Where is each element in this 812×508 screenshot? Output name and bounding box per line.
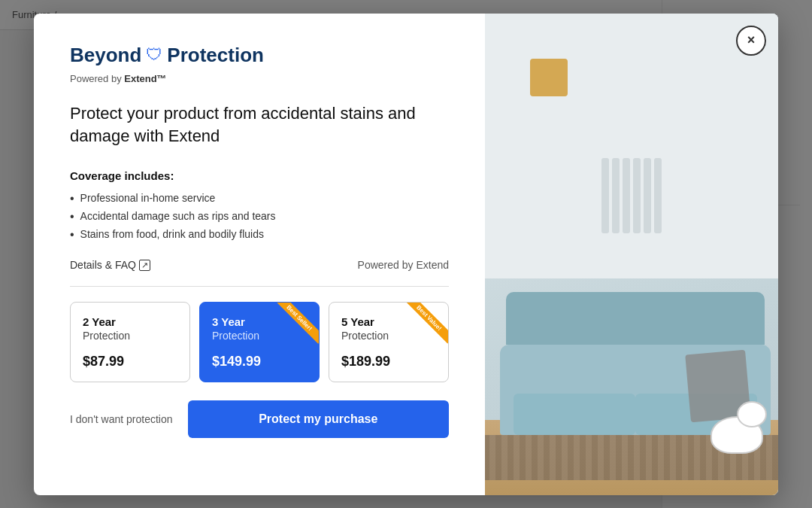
logo-protection: Protection [167,44,264,67]
room-scene: 🌿 [485,14,778,495]
powered-by-label: Powered by Extend™ [70,73,449,84]
logo-brand: Beyond [70,44,141,67]
dog [710,416,763,454]
close-button[interactable]: × [736,26,766,56]
details-row: Details & FAQ ↗ Powered by Extend [70,259,449,287]
powered-by-brand: Extend™ [124,73,166,84]
sofa-cushion-left [514,394,635,435]
dog-head [737,401,767,427]
plans-row: 2 Year Protection $87.99 Best Seller! 3 … [70,302,449,382]
details-faq-link[interactable]: Details & FAQ ↗ [70,259,150,271]
protection-modal: × Beyond 🛡 Protection Powered by Extend™… [34,14,778,495]
powered-by-prefix: Powered by [70,73,124,84]
coverage-title: Coverage includes: [70,169,449,182]
protect-purchase-button[interactable]: Protect my purchase [188,400,449,438]
room-wall [485,14,778,278]
radiator-fin-4 [633,158,641,233]
best-seller-label: Best Seller! [274,303,319,344]
coverage-item-1: Professional in-home service [70,190,449,208]
plan-5year-price: $189.99 [341,354,436,370]
radiator-fin-2 [612,158,620,233]
wall-clock [530,59,568,96]
best-value-badge: Best Value! [403,303,448,348]
radiator-fin-5 [644,158,651,233]
plan-card-3year[interactable]: Best Seller! 3 Year Protection $149.99 [199,302,320,382]
modal-left-panel: Beyond 🛡 Protection Powered by Extend™ P… [34,14,485,495]
radiator-fin-6 [654,158,662,233]
details-faq-label: Details & FAQ [70,259,136,271]
radiator [601,158,662,233]
tagline-text: Protect your product from accidental sta… [70,102,449,149]
powered-extend-label: Powered by Extend [358,259,449,271]
shield-icon: 🛡 [146,45,162,65]
best-value-label: Best Value! [403,303,448,343]
logo-area: Beyond 🛡 Protection [70,44,449,67]
radiator-fin-1 [601,158,609,233]
clock-shelf [530,59,568,96]
radiator-fin-3 [623,158,630,233]
plan-card-5year[interactable]: Best Value! 5 Year Protection $189.99 [329,302,449,382]
coverage-list: Professional in-home service Accidental … [70,190,449,244]
external-link-icon: ↗ [139,260,150,271]
sofa [500,292,771,435]
plan-2year-type: Protection [83,330,177,342]
coverage-item-2: Accidental damage such as rips and tears [70,208,449,226]
plan-2year-price: $87.99 [83,354,177,370]
plan-3year-price: $149.99 [212,354,307,370]
plan-2year-years: 2 Year [83,315,177,330]
bottom-actions: I don't want protection Protect my purch… [70,400,449,438]
no-protection-button[interactable]: I don't want protection [70,413,173,425]
sofa-back [506,292,765,345]
close-icon: × [747,32,756,48]
plan-card-2year[interactable]: 2 Year Protection $87.99 [70,302,190,382]
coverage-item-3: Stains from food, drink and bodily fluid… [70,226,449,244]
best-seller-badge: Best Seller! [274,303,319,348]
modal-right-panel: 🌿 [485,14,778,495]
